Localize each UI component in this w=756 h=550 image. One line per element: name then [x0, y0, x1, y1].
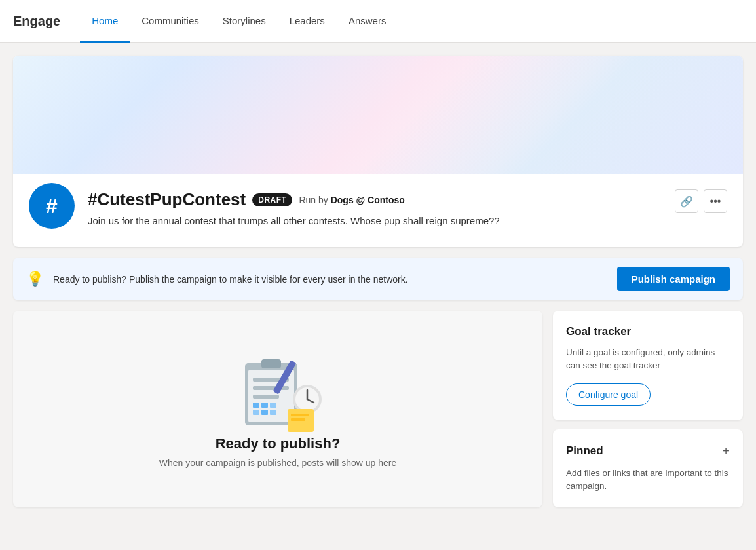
link-button[interactable]: 🔗 — [675, 189, 698, 213]
svg-rect-9 — [253, 410, 259, 415]
pinned-card: Pinned + Add files or links that are imp… — [553, 429, 743, 508]
sidebar: Goal tracker Until a goal is configured,… — [553, 311, 743, 507]
content-area: Ready to publish? When your campaign is … — [13, 311, 743, 507]
svg-rect-7 — [261, 403, 268, 408]
nav-item-storylines[interactable]: Storylines — [211, 1, 278, 43]
campaign-description: Join us for the annual contest that trum… — [88, 214, 662, 229]
title-row: #CutestPupContest DRAFT Run by Dogs @ Co… — [88, 189, 662, 210]
svg-rect-20 — [291, 418, 305, 421]
nav-item-answers[interactable]: Answers — [337, 1, 398, 43]
run-by-name: Dogs @ Contoso — [331, 195, 405, 205]
goal-tracker-desc: Until a goal is configured, only admins … — [566, 346, 730, 373]
hero-banner — [13, 56, 743, 174]
svg-rect-6 — [253, 403, 259, 408]
brand-logo: Engage — [13, 14, 60, 29]
ready-to-publish-desc: When your campaign is published, posts w… — [159, 458, 397, 468]
svg-rect-8 — [270, 403, 276, 408]
svg-rect-5 — [253, 395, 279, 399]
nav-item-home[interactable]: Home — [80, 1, 130, 43]
svg-rect-10 — [261, 410, 268, 415]
lightbulb-icon: 💡 — [26, 271, 44, 288]
campaign-title: #CutestPupContest — [88, 189, 246, 210]
publish-campaign-button[interactable]: Publish campaign — [617, 267, 730, 291]
hero-content: # #CutestPupContest DRAFT Run by Dogs @ … — [13, 174, 743, 247]
illustration-svg — [219, 350, 337, 435]
pinned-description: Add files or links that are important to… — [566, 467, 730, 494]
svg-rect-4 — [253, 386, 289, 390]
pinned-add-button[interactable]: + — [722, 444, 730, 459]
nav-item-communities[interactable]: Communities — [130, 1, 211, 43]
nav-items: Home Communities Storylines Leaders Answ… — [80, 0, 398, 42]
navigation: Engage Home Communities Storylines Leade… — [0, 0, 756, 43]
campaign-info: #CutestPupContest DRAFT Run by Dogs @ Co… — [88, 189, 662, 229]
run-by-text: Run by Dogs @ Contoso — [299, 195, 404, 205]
hero-actions: 🔗 ••• — [675, 189, 727, 213]
pinned-title: Pinned — [566, 444, 603, 458]
svg-rect-2 — [261, 359, 281, 368]
avatar-symbol: # — [46, 194, 58, 218]
svg-rect-11 — [270, 410, 276, 415]
brand-name: Engage — [13, 14, 60, 29]
campaign-hero-card: # #CutestPupContest DRAFT Run by Dogs @ … — [13, 56, 743, 247]
goal-tracker-title: Goal tracker — [566, 325, 730, 338]
more-options-button[interactable]: ••• — [704, 189, 727, 213]
publish-banner: 💡 Ready to publish? Publish the campaign… — [13, 258, 743, 300]
pinned-header: Pinned + — [566, 444, 730, 459]
campaign-avatar: # — [29, 183, 75, 229]
main-area: # #CutestPupContest DRAFT Run by Dogs @ … — [0, 43, 756, 521]
svg-rect-19 — [291, 414, 309, 416]
run-by-prefix: Run by — [299, 195, 328, 205]
ready-to-publish-title: Ready to publish? — [216, 435, 341, 452]
posts-area: Ready to publish? When your campaign is … — [13, 311, 542, 507]
draft-badge: DRAFT — [252, 193, 292, 206]
goal-tracker-card: Goal tracker Until a goal is configured,… — [553, 311, 743, 420]
nav-item-leaders[interactable]: Leaders — [278, 1, 337, 43]
publish-banner-text: Ready to publish? Publish the campaign t… — [53, 274, 608, 285]
configure-goal-button[interactable]: Configure goal — [566, 383, 651, 406]
